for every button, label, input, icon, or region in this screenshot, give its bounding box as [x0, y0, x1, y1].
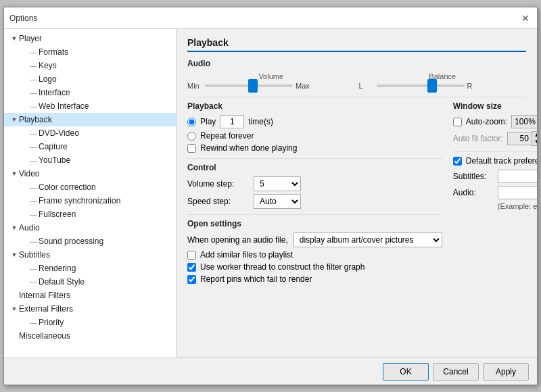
- tree-arrow-subtitles: ▼: [9, 251, 19, 258]
- tree-dash: —: [30, 89, 37, 97]
- auto-zoom-checkbox[interactable]: [453, 118, 462, 126]
- auto-fit-spinner: 50 ▲ ▼: [507, 131, 537, 146]
- tree-item-logo[interactable]: — Logo: [4, 72, 176, 86]
- audio-section: Audio Volume Min Max Balance L: [187, 59, 526, 90]
- tree-item-audio[interactable]: ▼Audio: [4, 221, 176, 235]
- tree-item-frame-sync[interactable]: — Frame synchronization: [4, 194, 176, 207]
- volume-step-label: Volume step:: [187, 179, 248, 189]
- audio-input-row: Audio:: [453, 186, 537, 199]
- divider2: [187, 158, 442, 159]
- tree-label-rendering: Rendering: [39, 264, 76, 273]
- tree-item-internal-filters[interactable]: Internal Filters: [4, 289, 176, 302]
- tree-label-color-correction: Color correction: [39, 182, 96, 192]
- tree-item-sound-processing[interactable]: — Sound processing: [4, 235, 176, 248]
- window-size-section: Window size Auto-zoom: 100% ▼ Auto fit f…: [453, 101, 537, 146]
- spinner-down[interactable]: ▼: [532, 139, 537, 145]
- tree-item-player[interactable]: ▼Player: [4, 32, 176, 45]
- divider1: [187, 97, 526, 97]
- max-label: Max: [296, 82, 310, 90]
- volume-slider-container: Min Max: [187, 82, 355, 90]
- tree-item-default-style[interactable]: — Default Style: [4, 275, 176, 289]
- auto-fit-value[interactable]: 50: [507, 132, 532, 145]
- tree-dash: —: [30, 264, 37, 272]
- options-window: Options ✕ ▼Player— Formats— Keys— Logo— …: [3, 7, 538, 385]
- tree-arrow-playback: ▼: [9, 116, 19, 123]
- tree-dash: —: [30, 156, 37, 164]
- example-text: (Example: eng jap swe): [498, 202, 537, 210]
- subtitles-input-row: Subtitles:: [453, 170, 537, 183]
- add-similar-checkbox[interactable]: [187, 251, 196, 260]
- tree-item-dvd-video[interactable]: — DVD-Video: [4, 126, 176, 140]
- tree-item-color-correction[interactable]: — Color correction: [4, 180, 176, 194]
- tree-label-audio: Audio: [19, 223, 40, 232]
- use-worker-checkbox[interactable]: [187, 263, 196, 272]
- tree-label-frame-sync: Frame synchronization: [39, 196, 120, 205]
- tree-arrow-video: ▼: [9, 170, 19, 177]
- tree-dash: —: [30, 210, 37, 218]
- tree-item-capture[interactable]: — Capture: [4, 140, 176, 153]
- window-size-label: Window size: [453, 101, 537, 111]
- repeat-row: Repeat forever: [187, 131, 442, 141]
- tree-label-web-interface: Web Interface: [39, 101, 89, 111]
- auto-fit-row: Auto fit factor: 50 ▲ ▼ %: [453, 131, 537, 146]
- tree-item-formats[interactable]: — Formats: [4, 45, 176, 59]
- tree-panel: ▼Player— Formats— Keys— Logo— Interface—…: [4, 29, 177, 358]
- close-button[interactable]: ✕: [519, 12, 532, 24]
- tree-item-web-interface[interactable]: — Web Interface: [4, 99, 176, 113]
- report-pins-checkbox[interactable]: [187, 275, 196, 284]
- apply-button[interactable]: Apply: [483, 363, 529, 381]
- play-count-input[interactable]: 1: [220, 115, 244, 128]
- auto-zoom-value[interactable]: 100%: [511, 115, 537, 128]
- cancel-button[interactable]: Cancel: [433, 363, 479, 381]
- tree-item-miscellaneous[interactable]: Miscellaneous: [4, 329, 176, 343]
- min-label: Min: [187, 82, 202, 90]
- when-opening-select[interactable]: display album art/cover pictures do noth…: [293, 232, 442, 247]
- balance-slider[interactable]: [377, 84, 465, 87]
- volume-step-row: Volume step: 5 1210: [187, 176, 442, 191]
- play-row: Play 1 time(s): [187, 115, 442, 128]
- tree-dash: —: [30, 318, 37, 326]
- tree-dash: —: [30, 75, 37, 83]
- tree-item-priority[interactable]: — Priority: [4, 316, 176, 329]
- tree-label-interface: Interface: [39, 88, 70, 97]
- when-opening-label: When opening an audio file,: [187, 235, 288, 245]
- auto-zoom-label: Auto-zoom:: [466, 117, 507, 126]
- default-track-checkbox[interactable]: [453, 157, 462, 166]
- tree-item-rendering[interactable]: — Rendering: [4, 262, 176, 275]
- volume-step-select[interactable]: 5 1210: [254, 176, 301, 191]
- window-title: Options: [9, 14, 37, 23]
- repeat-label: Repeat forever: [200, 131, 254, 141]
- tree-item-keys[interactable]: — Keys: [4, 59, 176, 72]
- tree-item-fullscreen[interactable]: — Fullscreen: [4, 207, 176, 221]
- slider-row: Volume Min Max Balance L R: [187, 72, 526, 90]
- tree-label-player: Player: [19, 34, 42, 43]
- tree-item-playback[interactable]: ▼Playback: [4, 113, 176, 126]
- volume-slider[interactable]: [205, 84, 293, 87]
- l-label: L: [359, 82, 374, 90]
- tree-dash: —: [30, 143, 37, 151]
- playback-section: Playback Play 1 time(s) Repeat forever: [187, 101, 442, 153]
- rewind-checkbox[interactable]: [187, 144, 196, 153]
- play-radio[interactable]: [187, 118, 196, 126]
- tree-item-video[interactable]: ▼Video: [4, 167, 176, 180]
- tree-label-external-filters: External Filters: [19, 304, 73, 314]
- tree-dash: —: [30, 62, 37, 70]
- tree-dash: —: [30, 278, 37, 286]
- tree-label-fullscreen: Fullscreen: [39, 210, 76, 219]
- divider4: [453, 151, 537, 152]
- r-label: R: [467, 82, 482, 90]
- times-label: time(s): [248, 117, 273, 126]
- ok-button[interactable]: OK: [383, 363, 429, 381]
- tree-item-interface[interactable]: — Interface: [4, 86, 176, 99]
- when-opening-row: When opening an audio file, display albu…: [187, 232, 442, 247]
- tree-item-youtube[interactable]: — YouTube: [4, 153, 176, 167]
- tree-item-subtitles[interactable]: ▼Subtitles: [4, 248, 176, 262]
- default-track-label: Default track preference: [466, 156, 537, 166]
- tree-label-priority: Priority: [39, 318, 64, 327]
- audio-input[interactable]: [498, 186, 537, 199]
- subtitles-input[interactable]: [498, 170, 537, 183]
- repeat-radio[interactable]: [187, 132, 196, 141]
- speed-step-select[interactable]: Auto 0.10.20.5: [254, 194, 301, 209]
- spinner-up[interactable]: ▲: [532, 132, 537, 139]
- tree-item-external-filters[interactable]: ▼External Filters: [4, 302, 176, 316]
